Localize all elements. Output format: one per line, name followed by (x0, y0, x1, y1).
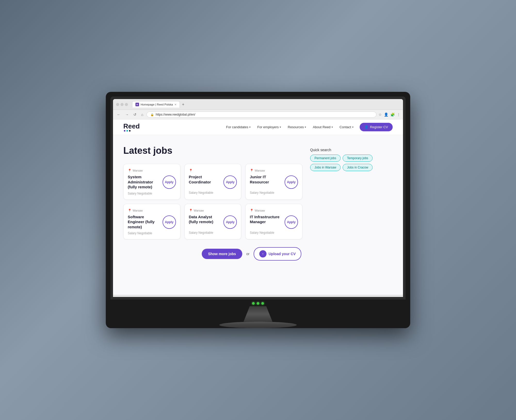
nav-for-candidates-chevron: ▾ (249, 126, 251, 128)
lock-icon: 🔒 (150, 113, 154, 116)
tab-close-btn[interactable]: ✕ (174, 103, 176, 106)
or-label: or (246, 252, 249, 256)
job-title-1: System Administrator (fully remote) (128, 174, 160, 190)
job-salary-2: Salary Negotiable (189, 191, 237, 195)
nav-about-reed-chevron: ▾ (332, 126, 333, 128)
logo-dot-2 (126, 130, 128, 132)
profile-icon[interactable]: 👤 (384, 112, 388, 117)
logo-dot-1 (124, 130, 125, 132)
browser-back-btn[interactable] (116, 103, 119, 106)
tag-jobs-cracow[interactable]: Jobs in Cracow (343, 164, 373, 171)
website-content: Reed For candidates ▾ For (113, 119, 403, 297)
apply-button-3[interactable]: Apply (285, 175, 298, 189)
browser-bottom-bar (113, 295, 403, 297)
nav-for-employers[interactable]: For employers ▾ (255, 123, 284, 131)
job-location-text-3: Warsaw (255, 169, 265, 172)
stand-neck (237, 306, 279, 322)
nav-contact-label: Contact (340, 125, 351, 129)
location-pin-icon-2: 📍 (189, 169, 193, 172)
tag-jobs-warsaw[interactable]: Jobs in Warsaw (310, 164, 341, 171)
browser-controls (116, 103, 128, 106)
job-location-3: 📍 Warsaw (250, 169, 298, 172)
tab-bar: R Homepage | Reed Polska ✕ + (132, 101, 186, 108)
nav-for-candidates-label: For candidates (226, 125, 248, 129)
right-column: Quick search Permanent jobs Temporary jo… (310, 145, 393, 261)
job-salary-1: Salary Negotiable (128, 192, 176, 195)
active-tab[interactable]: R Homepage | Reed Polska ✕ (132, 101, 180, 108)
register-icon: 👤 (364, 125, 368, 129)
nav-for-candidates[interactable]: For candidates ▾ (223, 123, 253, 131)
job-title-2: Project Coordinator (189, 174, 221, 184)
tab-favicon: R (135, 103, 139, 106)
location-pin-icon-6: 📍 (250, 209, 254, 212)
nav-links: For candidates ▾ For employers ▾ Resourc… (223, 123, 393, 131)
show-more-jobs-button[interactable]: Show more jobs (202, 249, 242, 259)
browser-window: R Homepage | Reed Polska ✕ + ← → ↺ ⌂ 🔒 h… (113, 99, 403, 297)
url-text: https://www.reedglobal.pl/en/ (156, 113, 195, 116)
upload-cv-label: Upload your CV (269, 252, 296, 256)
job-card-1: 📍 Warsaw System Administrator (fully rem… (123, 164, 180, 200)
upload-icon: ↑ (259, 250, 267, 257)
nav-resources[interactable]: Resources ▾ (285, 123, 309, 131)
job-grid: 📍 Warsaw System Administrator (fully rem… (123, 164, 302, 239)
apply-button-2[interactable]: Apply (223, 175, 237, 189)
page-title: Latest jobs (123, 145, 302, 156)
light-dot-1 (252, 302, 255, 305)
home-button[interactable]: ⌂ (140, 112, 144, 117)
location-pin-icon-5: 📍 (189, 209, 193, 212)
tag-permanent-jobs[interactable]: Permanent jobs (310, 155, 341, 162)
nav-for-employers-chevron: ▾ (280, 126, 281, 128)
location-pin-icon-4: 📍 (128, 209, 132, 212)
job-title-3: Junior IT Resourcer (250, 174, 282, 184)
nav-for-employers-label: For employers (257, 125, 279, 129)
extensions-icon[interactable]: 🧩 (390, 112, 395, 117)
job-card-2: 📍 Project Coordinator Apply Salary Negot… (184, 164, 241, 200)
logo-dots (124, 130, 131, 132)
register-cv-label: Register CV (370, 125, 388, 129)
site-logo[interactable]: Reed (123, 123, 140, 132)
screen-bezel: R Homepage | Reed Polska ✕ + ← → ↺ ⌂ 🔒 h… (110, 96, 406, 300)
bookmark-icon[interactable]: ☆ (378, 112, 382, 117)
register-cv-button[interactable]: 👤 Register CV (360, 123, 393, 131)
logo-dot-3 (129, 130, 131, 132)
job-card-5: 📍 Warsaw Data Analyst (fully remote) App… (184, 204, 241, 240)
bottom-actions: Show more jobs or ↑ Upload your CV (123, 247, 302, 261)
job-salary-6: Salary Negotiable (250, 231, 298, 235)
job-title-row-3: Junior IT Resourcer Apply (250, 174, 298, 189)
new-tab-button[interactable]: + (181, 102, 185, 107)
browser-actions: ☆ 👤 🧩 ⋮ (378, 112, 400, 117)
tag-temporary-jobs[interactable]: Temporary jobs (343, 155, 373, 162)
forward-button[interactable]: → (124, 112, 130, 117)
address-bar[interactable]: 🔒 https://www.reedglobal.pl/en/ (147, 111, 376, 118)
job-location-5: 📍 Warsaw (189, 209, 237, 212)
job-location-text-6: Warsaw (255, 209, 265, 212)
job-salary-4: Salary Negotiable (128, 231, 176, 235)
nav-contact[interactable]: Contact ▾ (337, 123, 356, 131)
browser-chrome: R Homepage | Reed Polska ✕ + (113, 99, 403, 110)
job-title-5: Data Analyst (fully remote) (189, 214, 221, 224)
job-title-6: IT Infrastructure Manager (250, 214, 282, 224)
nav-about-reed[interactable]: About Reed ▾ (310, 123, 335, 131)
address-bar-row: ← → ↺ ⌂ 🔒 https://www.reedglobal.pl/en/ … (113, 110, 403, 119)
location-pin-icon-1: 📍 (128, 169, 132, 172)
job-title-row-5: Data Analyst (fully remote) Apply (189, 214, 237, 229)
reload-button[interactable]: ↺ (132, 112, 138, 117)
apply-button-1[interactable]: Apply (163, 175, 176, 189)
browser-forward-btn[interactable] (120, 103, 124, 106)
monitor-lights (252, 300, 264, 306)
job-location-4: 📍 Warsaw (128, 209, 176, 212)
apply-button-5[interactable]: Apply (223, 215, 237, 229)
back-button[interactable]: ← (116, 112, 122, 117)
tab-title: Homepage | Reed Polska (141, 103, 173, 106)
upload-cv-button[interactable]: ↑ Upload your CV (254, 247, 301, 261)
job-title-row-1: System Administrator (fully remote) Appl… (128, 174, 176, 190)
browser-reload-btn[interactable] (125, 103, 128, 106)
quick-search-tags: Permanent jobs Temporary jobs Jobs in Wa… (310, 155, 393, 171)
job-location-1: 📍 Warsaw (128, 169, 176, 172)
menu-icon[interactable]: ⋮ (397, 112, 400, 117)
job-title-row-4: Software Engineer (fully remote) Apply (128, 214, 176, 230)
job-card-4: 📍 Warsaw Software Engineer (fully remote… (123, 204, 180, 240)
apply-button-4[interactable]: Apply (163, 215, 176, 229)
job-title-row-6: IT Infrastructure Manager Apply (250, 214, 298, 229)
apply-button-6[interactable]: Apply (285, 215, 298, 229)
